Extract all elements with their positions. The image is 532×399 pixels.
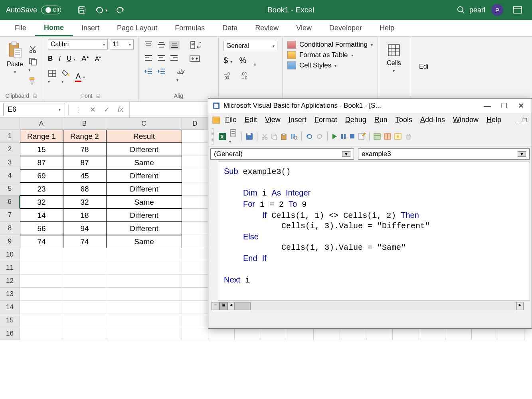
wrap-text-icon[interactable]: ab [190,41,201,49]
row-header-12[interactable]: 12 [0,275,20,288]
properties-icon[interactable] [384,133,392,140]
col-header-C[interactable]: C [106,118,182,130]
increase-indent-icon[interactable] [156,68,166,83]
table-cell[interactable]: 87 [63,156,106,169]
tab-view[interactable]: View [287,20,320,36]
mdi-restore-icon[interactable]: ❐ [522,117,528,123]
merge-center-icon[interactable] [189,54,200,63]
row-header-3[interactable]: 3 [0,156,20,169]
vba-menu-view[interactable]: View [262,115,284,125]
select-all-corner[interactable] [0,118,20,130]
copy-icon[interactable]: ▾ [28,57,38,73]
vba-menu-debug[interactable]: Debug [342,115,370,125]
col-header-D[interactable]: D [182,118,208,130]
underline-button[interactable]: U ▾ [67,55,75,63]
table-cell[interactable]: Different [106,209,182,222]
row-header-2[interactable]: 2 [0,143,20,156]
close-icon[interactable]: ✕ [514,101,528,110]
project-explorer-icon[interactable] [373,133,381,140]
paste-button[interactable]: Paste ▾ [5,39,25,91]
vba-menu-tools[interactable]: Tools [392,115,415,125]
cut-icon[interactable] [261,133,268,140]
row-header-16[interactable]: 16 [0,327,20,340]
code-editor[interactable]: Sub example3() Dim i As Integer For i = … [218,162,530,300]
tab-review[interactable]: Review [246,20,287,36]
excel-icon[interactable]: X [218,132,227,141]
row-header-5[interactable]: 5 [0,182,20,196]
col-header-B[interactable]: B [63,118,106,130]
align-center-icon[interactable] [156,54,166,63]
tab-data[interactable]: Data [214,20,246,36]
table-cell[interactable]: Same [106,235,182,248]
cut-icon[interactable] [28,45,38,54]
tab-developer[interactable]: Developer [320,20,371,36]
align-left-icon[interactable] [144,54,153,63]
paste-icon[interactable] [280,133,287,140]
undo-icon[interactable]: ▾ [95,6,107,14]
number-format-dropdown[interactable]: General▾ [223,41,277,51]
vba-titlebar[interactable]: Microsoft Visual Basic for Applications … [208,99,532,113]
table-cell[interactable]: Different [106,222,182,235]
row-header-1[interactable]: 1 [0,130,20,143]
tab-home[interactable]: Home [35,20,73,36]
undo-icon[interactable] [305,133,313,140]
vba-menu-add-ins[interactable]: Add-Ins [417,115,448,125]
vba-menu-run[interactable]: Run [371,115,391,125]
dialog-launcher-icon[interactable]: ◱ [33,93,37,99]
stop-icon[interactable] [349,133,355,140]
comma-icon[interactable]: , [253,56,256,67]
table-cell[interactable]: Different [106,143,182,156]
font-name-dropdown[interactable]: Calibri▾ [48,39,108,49]
vba-menu-format[interactable]: Format [311,115,340,125]
table-header[interactable]: Result [106,130,182,143]
horizontal-scrollbar[interactable]: ◄ ► [227,302,524,310]
object-dropdown[interactable]: (General)▼ [210,148,354,160]
row-header-7[interactable]: 7 [0,209,20,222]
vba-menu-window[interactable]: Window [450,115,482,125]
autosave-toggle[interactable]: AutoSave Off [6,6,61,14]
decrease-decimal-icon[interactable]: .00→0 [241,72,251,80]
fx-icon[interactable]: fx [118,105,123,114]
format-painter-icon[interactable] [28,76,38,85]
conditional-formatting-button[interactable]: Conditional Formatting ▾ [287,41,373,49]
insert-module-icon[interactable]: ▾ [229,128,238,144]
tab-formulas[interactable]: Formulas [166,20,214,36]
run-icon[interactable] [331,133,338,140]
row-header-15[interactable]: 15 [0,314,20,327]
row-header-10[interactable]: 10 [0,248,20,261]
pause-icon[interactable] [340,133,346,140]
full-view-icon[interactable]: ≣ [220,302,227,310]
mdi-minimize-icon[interactable]: _ [517,117,520,123]
copy-icon[interactable] [271,133,278,140]
vba-menu-help[interactable]: Help [483,115,504,125]
row-header-8[interactable]: 8 [0,222,20,235]
table-cell[interactable]: 68 [63,182,106,196]
table-header[interactable]: Range 2 [63,130,106,143]
find-icon[interactable] [290,133,298,140]
align-bottom-icon[interactable] [169,41,180,49]
save-icon[interactable] [245,132,253,140]
table-cell[interactable]: 32 [20,196,63,209]
procedure-dropdown[interactable]: example3▼ [358,148,530,160]
table-cell[interactable]: 18 [63,209,106,222]
currency-icon[interactable]: $ ▾ [223,56,232,67]
vba-menu-insert[interactable]: Insert [285,115,310,125]
ribbon-display-icon[interactable] [513,6,522,14]
enter-icon[interactable]: ✓ [104,105,110,114]
table-cell[interactable]: Different [106,169,182,182]
tab-file[interactable]: File [6,20,35,36]
table-cell[interactable]: 94 [63,222,106,235]
borders-button[interactable]: ▾ [48,69,57,85]
row-header-14[interactable]: 14 [0,301,20,314]
table-cell[interactable]: Different [106,182,182,196]
tab-insert[interactable]: Insert [73,20,108,36]
align-right-icon[interactable] [169,54,179,63]
col-header-A[interactable]: A [20,118,63,130]
maximize-icon[interactable]: ☐ [497,101,511,110]
increase-decimal-icon[interactable]: ←0.00 [223,72,234,80]
name-box[interactable]: E6▾ [3,103,65,116]
cell-styles-button[interactable]: Cell Styles ▾ [287,61,373,69]
table-cell[interactable]: Same [106,156,182,169]
table-cell[interactable]: Same [106,196,182,209]
row-header-9[interactable]: 9 [0,235,20,248]
